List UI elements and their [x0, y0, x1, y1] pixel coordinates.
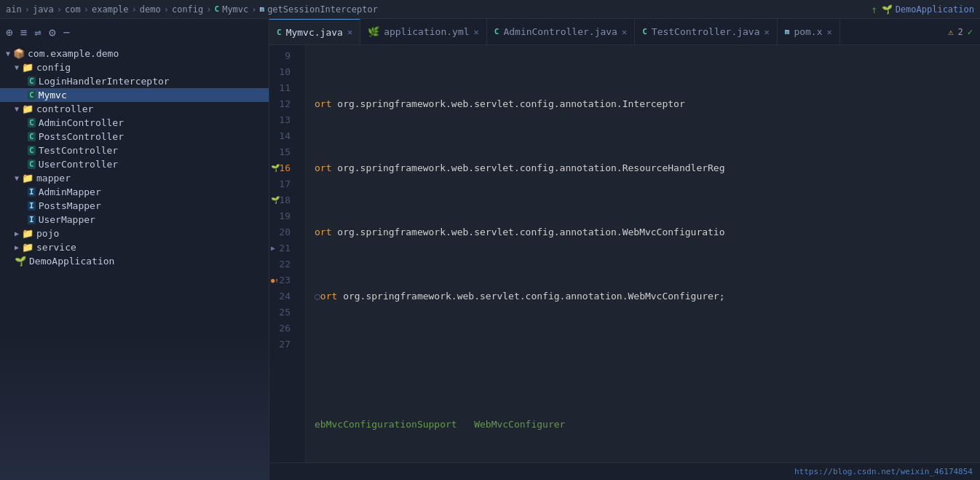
sidebar-item-label-mapper: mapper: [36, 173, 71, 184]
tab-label-pomx: pom.x: [794, 26, 822, 37]
globe-icon[interactable]: ⊕: [6, 25, 13, 39]
sidebar-item-pojo[interactable]: ▶ 📁 pojo: [0, 227, 269, 240]
breadcrumb-sep-5: ›: [164, 4, 169, 15]
expand-arrow: ▼: [6, 50, 10, 58]
tab-label-testcontroller: TestController.java: [652, 26, 760, 37]
tab-icon-c-test: C: [642, 27, 647, 36]
tab-close-appyml[interactable]: ✕: [474, 27, 479, 37]
gear-icon[interactable]: ⚙: [49, 25, 56, 39]
breadcrumb-item-6[interactable]: config: [172, 4, 203, 15]
code-line-11: ort org.springframework.web.servlet.conf…: [315, 224, 980, 240]
sidebar-item-login-handler-interceptor[interactable]: C LoginHandlerInterceptor: [0, 74, 269, 88]
sidebar-item-label-admin-controller: AdminController: [39, 117, 124, 128]
tab-mymvc[interactable]: C Mymvc.java ✕: [269, 19, 360, 45]
breadcrumb-item-3[interactable]: com: [65, 4, 81, 15]
sidebar-item-user-mapper[interactable]: I UserMapper: [0, 213, 269, 227]
tab-icon-m-pom: m: [785, 27, 790, 36]
tab-testcontroller[interactable]: C TestController.java ✕: [635, 19, 778, 45]
status-url[interactable]: https://blog.csdn.net/weixin_46174854: [794, 467, 973, 476]
package-icon: 📦: [13, 48, 25, 59]
tab-label-appyml: application.yml: [384, 26, 469, 37]
folder-icon-config: 📁: [22, 62, 33, 73]
tab-close-mymvc[interactable]: ✕: [347, 27, 352, 37]
breadcrumb-item-4[interactable]: example: [92, 4, 129, 15]
main-layout: ⊕ ≡ ⇌ ⚙ − ▼ 📦 com.example.demo ▼ 📁 confi…: [0, 19, 980, 480]
breadcrumb-item-8[interactable]: getSessionInterceptor: [267, 4, 378, 15]
breadcrumb-left: ain › java › com › example › demo › conf…: [6, 4, 378, 15]
folder-icon-controller: 📁: [22, 103, 33, 114]
breadcrumb-item-1[interactable]: ain: [6, 4, 22, 15]
sidebar-item-config[interactable]: ▼ 📁 config: [0, 60, 269, 74]
line-num-24: 24: [269, 288, 296, 304]
list-icon[interactable]: ≡: [20, 25, 28, 39]
breadcrumb-sep-1: ›: [25, 4, 30, 15]
status-link[interactable]: https://blog.csdn.net/weixin_46174854: [794, 467, 973, 476]
tab-admincontroller[interactable]: C AdminController.java ✕: [487, 19, 635, 45]
tab-close-testcontroller[interactable]: ✕: [764, 27, 770, 37]
tab-appyml[interactable]: 🌿 application.yml ✕: [360, 19, 487, 45]
sidebar-tree: ▼ 📦 com.example.demo ▼ 📁 config C LoginH…: [0, 45, 269, 480]
tab-label-admincontroller: AdminController.java: [503, 26, 617, 37]
tab-close-admincontroller[interactable]: ✕: [622, 27, 627, 37]
service-expand-arrow: ▶: [15, 243, 19, 251]
line-num-20: 20: [269, 224, 296, 240]
interface-icon-admin-mapper: I: [28, 187, 36, 197]
sidebar-item-label-posts-controller: PostsController: [39, 131, 124, 142]
sidebar-item-label-demo-application: DemoApplication: [29, 256, 114, 267]
sidebar-toolbar: ⊕ ≡ ⇌ ⚙ −: [0, 19, 269, 45]
sidebar-item-controller[interactable]: ▼ 📁 controller: [0, 102, 269, 116]
breadcrumb-item-5[interactable]: demo: [140, 4, 161, 15]
sidebar-item-label-service: service: [36, 242, 76, 253]
warning-count: 2: [958, 27, 963, 37]
sidebar-item-com-example-demo[interactable]: ▼ 📦 com.example.demo: [0, 47, 269, 60]
class-icon-posts: C: [28, 132, 36, 141]
code-token-package-9: org.springframework.web.servlet.config.a…: [337, 96, 684, 112]
status-bar: https://blog.csdn.net/weixin_46174854: [269, 463, 980, 480]
line-num-27: 27: [269, 337, 296, 353]
sidebar-item-test-controller[interactable]: C TestController: [0, 143, 269, 157]
folder-icon-mapper: 📁: [22, 173, 33, 184]
minus-icon[interactable]: −: [63, 25, 71, 39]
sidebar-item-posts-mapper[interactable]: I PostsMapper: [0, 199, 269, 213]
code-line-14: ebMvcConfigurationSupport WebMvcConfigur…: [315, 417, 980, 433]
sidebar-item-admin-controller[interactable]: C AdminController: [0, 116, 269, 130]
line-16-indicator: 🌱: [271, 160, 280, 176]
sidebar-item-demo-application[interactable]: 🌱 DemoApplication: [0, 254, 269, 268]
line-num-19: 19: [269, 208, 296, 224]
sidebar-item-service[interactable]: ▶ 📁 service: [0, 240, 269, 254]
code-line-12: ◌ort org.springframework.web.servlet.con…: [315, 288, 980, 304]
line-numbers: 9 10 11 12 13 14 15 🌱 16 17 🌱 18 19 20: [269, 45, 306, 463]
code-token-import-12: ◌: [315, 288, 320, 304]
interface-icon-posts-mapper: I: [28, 201, 36, 211]
line-23-indicator-orange: ●↑: [271, 272, 279, 288]
class-icon-login: C: [28, 76, 36, 86]
sidebar-item-mapper[interactable]: ▼ 📁 mapper: [0, 171, 269, 185]
tab-close-pomx[interactable]: ✕: [827, 27, 832, 37]
class-icon-user: C: [28, 160, 36, 169]
line-num-16: 🌱 16: [269, 160, 296, 176]
pojo-expand-arrow: ▶: [15, 229, 19, 237]
tab-status-bar: ⚠ 2 ✓: [948, 27, 980, 37]
breadcrumb-item-2[interactable]: java: [33, 4, 54, 15]
arrow-icon: ↑: [871, 4, 877, 15]
code-token-import-10: ort: [315, 160, 337, 176]
sidebar-item-label-controller: controller: [36, 103, 93, 114]
sidebar-item-admin-mapper[interactable]: I AdminMapper: [0, 185, 269, 199]
align-icon[interactable]: ⇌: [34, 25, 42, 39]
sidebar-item-posts-controller[interactable]: C PostsController: [0, 130, 269, 143]
sidebar-item-user-controller[interactable]: C UserController: [0, 157, 269, 171]
breadcrumb-item-7[interactable]: Mymvc: [222, 4, 248, 15]
tab-pomx[interactable]: m pom.x ✕: [778, 19, 840, 45]
demo-app-label[interactable]: DemoApplication: [896, 4, 974, 15]
line-num-12: 12: [269, 96, 296, 112]
sidebar-item-label-test-controller: TestController: [39, 145, 119, 156]
sidebar: ⊕ ≡ ⇌ ⚙ − ▼ 📦 com.example.demo ▼ 📁 confi…: [0, 19, 269, 480]
interface-icon-user-mapper: I: [28, 215, 36, 224]
breadcrumb-sep-3: ›: [84, 4, 89, 15]
code-content[interactable]: ort org.springframework.web.servlet.conf…: [306, 45, 980, 463]
sidebar-item-mymvc[interactable]: C Mymvc: [0, 88, 269, 102]
line-num-11: 11: [269, 80, 296, 96]
demo-app-badge: 🌱 DemoApplication: [882, 4, 974, 15]
line-num-15: 15: [269, 144, 296, 160]
warning-icon: ⚠: [948, 27, 953, 37]
